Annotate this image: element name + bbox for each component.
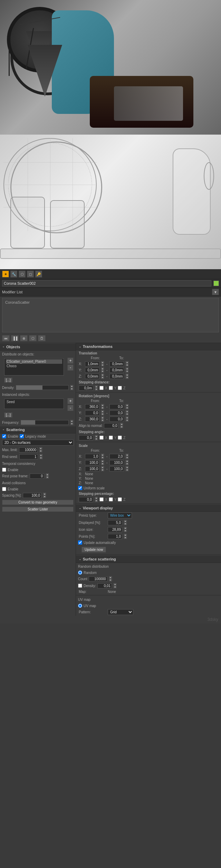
density-checkbox[interactable] — [78, 584, 82, 588]
uv-map-radio[interactable] — [78, 604, 82, 608]
density-spinner[interactable]: ▲ ▼ — [70, 385, 74, 390]
instanced-add-btn[interactable]: + — [67, 398, 74, 404]
trans-stepping-input[interactable]: 0,0m — [79, 386, 93, 391]
max-limit-down-btn[interactable]: ▼ — [39, 450, 42, 452]
objects-add-btn[interactable]: + — [67, 358, 74, 364]
frequency-up-btn[interactable]: ▲ — [70, 420, 74, 422]
transformations-collapse-btn[interactable]: - — [79, 344, 81, 349]
displayed-up-btn[interactable]: ▲ — [124, 520, 127, 523]
scale-x-from-input[interactable]: 1,0 — [85, 454, 99, 459]
toolbar-btn-wrench[interactable]: 🔑 — [35, 271, 42, 277]
rotation-x-from-input[interactable]: 360,0 — [85, 404, 99, 409]
toolbar-btn-hex[interactable]: ⬡ — [19, 271, 26, 277]
max-limit-up-btn[interactable]: ▲ — [39, 447, 42, 450]
viewport-collapse-btn[interactable]: - — [79, 506, 81, 510]
temporal-enable-checkbox[interactable] — [2, 468, 6, 472]
displayed-down-btn[interactable]: ▼ — [124, 523, 127, 525]
trans-stepping-down-btn[interactable]: ▼ — [95, 388, 98, 391]
translation-y-to-input[interactable]: 0,0mm — [109, 368, 124, 373]
rest-pose-input[interactable]: 0 — [30, 474, 44, 479]
rot-y-checkbox[interactable] — [109, 436, 113, 440]
scale-z-checkbox[interactable] — [118, 497, 122, 501]
trans-stepping-up-btn[interactable]: ▲ — [95, 385, 98, 388]
tz-to-down-btn[interactable]: ▼ — [125, 376, 129, 379]
density-val-up-btn[interactable]: ▲ — [113, 583, 117, 586]
objects-list-item[interactable]: Choco — [6, 364, 62, 368]
toolbar-btn-square[interactable]: ◻ — [27, 271, 34, 277]
trans-z-checkbox[interactable] — [118, 386, 122, 390]
scale-y-to-input[interactable]: 100,0 — [109, 460, 124, 465]
rot-stepping-down-btn[interactable]: ▼ — [95, 438, 98, 440]
rx-from-down-btn[interactable]: ▼ — [101, 407, 104, 409]
sz-to-up-btn[interactable]: ▲ — [125, 466, 129, 469]
sz-from-down-btn[interactable]: ▼ — [101, 469, 104, 471]
scale-x-to-input[interactable]: 2,0 — [109, 454, 124, 459]
scale-y-from-input[interactable]: 100,0 — [85, 460, 99, 465]
rest-pose-down-btn[interactable]: ▼ — [46, 476, 49, 479]
rot-stepping-input[interactable]: 0,0 — [79, 435, 93, 440]
icon-size-down-btn[interactable]: ▼ — [124, 529, 127, 532]
scale-z-from-input[interactable]: 100,0 — [85, 466, 99, 471]
ry-to-up-btn[interactable]: ▲ — [125, 410, 129, 413]
objects-list-item[interactable]: CScatter_convert_Plane0 — [6, 359, 62, 364]
icon-btn-hex2[interactable]: ⬡ — [29, 335, 37, 341]
instanced-remove-btn[interactable]: - — [67, 405, 74, 411]
uniform-scale-checkbox[interactable] — [78, 486, 82, 490]
sx-from-up-btn[interactable]: ▲ — [101, 453, 104, 456]
object-name-input[interactable]: Corona Scatter002 — [2, 280, 211, 286]
ty-to-up-btn[interactable]: ▲ — [125, 367, 129, 370]
align-down-btn[interactable]: ▼ — [120, 426, 123, 428]
translation-y-from-input[interactable]: 0,0mm — [85, 368, 99, 373]
ry-from-down-btn[interactable]: ▼ — [101, 413, 104, 416]
instanced-list-item[interactable]: Seed — [6, 400, 62, 404]
translation-x-to-input[interactable]: 0,0mm — [109, 361, 124, 367]
sy-from-up-btn[interactable]: ▲ — [101, 460, 104, 462]
tx-to-up-btn[interactable]: ▲ — [125, 361, 129, 364]
icon-btn-first[interactable]: ⏮ — [2, 335, 10, 341]
rnd-seed-input[interactable]: 1 — [19, 454, 38, 459]
density-val-down-btn[interactable]: ▼ — [113, 586, 117, 588]
update-now-btn[interactable]: Update now — [81, 547, 106, 553]
ry-from-up-btn[interactable]: ▲ — [101, 410, 104, 413]
update-auto-checkbox[interactable] — [78, 540, 82, 545]
toolbar-btn-sun[interactable]: ☀ — [2, 271, 9, 277]
scale-x-checkbox[interactable] — [99, 497, 104, 501]
tx-from-down-btn[interactable]: ▼ — [101, 364, 104, 367]
previz-select[interactable]: Wire box Dots Geometry — [108, 513, 132, 518]
convert-btn[interactable]: Convert to max geometry — [2, 500, 74, 505]
rest-pose-up-btn[interactable]: ▲ — [46, 473, 49, 476]
max-limit-input[interactable]: 100000 — [19, 447, 38, 452]
translation-z-to-input[interactable]: 0,0mm — [109, 374, 124, 379]
spacing-down-btn[interactable]: ▼ — [43, 495, 46, 498]
density-down-btn[interactable]: ▼ — [70, 388, 74, 390]
count-up-btn[interactable]: ▲ — [109, 576, 112, 579]
translation-z-from-input[interactable]: 0,0mm — [85, 374, 99, 379]
instanced-ellipsis-btn[interactable]: [...] — [4, 412, 12, 418]
random-radio[interactable] — [78, 570, 82, 575]
points-down-btn[interactable]: ▼ — [124, 536, 127, 539]
sx-to-up-btn[interactable]: ▲ — [125, 453, 129, 456]
scattering-collapse-btn[interactable]: - — [3, 427, 4, 432]
scale-stepping-input[interactable]: 0,0 — [79, 497, 93, 502]
modifier-dropdown-btn[interactable]: ▼ — [212, 289, 219, 295]
objects-ellipsis-btn[interactable]: [...] — [4, 378, 12, 383]
scattering-legacy-checkbox[interactable] — [20, 434, 24, 438]
scale-z-to-input[interactable]: 100,0 — [109, 466, 124, 471]
scale-y-checkbox[interactable] — [109, 497, 113, 501]
sy-to-up-btn[interactable]: ▲ — [125, 460, 129, 462]
icon-btn-doc[interactable]: 🗒 — [38, 335, 46, 341]
sy-to-down-btn[interactable]: ▼ — [125, 462, 129, 465]
trans-x-checkbox[interactable] — [99, 386, 104, 390]
scatter-lister-btn[interactable]: Scatter Lister — [2, 507, 74, 512]
frequency-spinner[interactable]: ▲ ▼ — [70, 420, 74, 425]
rz-from-down-btn[interactable]: ▼ — [101, 419, 104, 422]
avoid-enable-checkbox[interactable] — [2, 487, 6, 491]
rx-to-up-btn[interactable]: ▲ — [125, 404, 129, 407]
tx-from-up-btn[interactable]: ▲ — [101, 361, 104, 364]
scale-stepping-down-btn[interactable]: ▼ — [95, 499, 98, 502]
rnd-seed-down-btn[interactable]: ▼ — [39, 457, 43, 459]
rot-x-checkbox[interactable] — [99, 436, 104, 440]
trans-y-checkbox[interactable] — [109, 386, 113, 390]
count-down-btn[interactable]: ▼ — [109, 579, 112, 582]
rz-from-up-btn[interactable]: ▲ — [101, 416, 104, 419]
